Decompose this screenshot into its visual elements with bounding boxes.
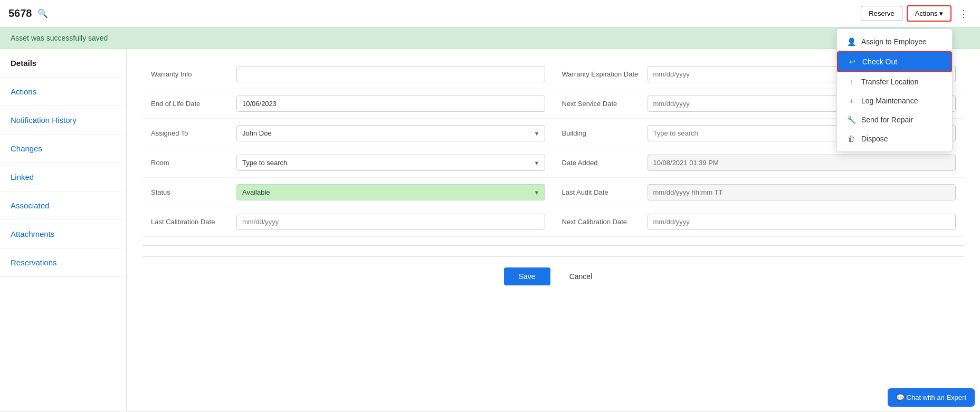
check-out-label: Check Out (862, 58, 897, 66)
form-divider (142, 245, 964, 246)
success-banner: Asset was successfully saved (0, 27, 980, 49)
warranty-info-label: Warranty Info (151, 66, 230, 78)
success-message: Asset was successfully saved (11, 34, 108, 42)
dropdown-item-send-repair[interactable]: 🔧 Send for Repair (837, 110, 952, 129)
page-header: 5678 🔍 Reserve Actions ▾ ⋮ 👤 Assign to E… (0, 0, 980, 27)
sidebar-item-actions[interactable]: Actions (0, 78, 126, 106)
assigned-to-select[interactable]: John Doe (236, 125, 545, 141)
last-calibration-label: Last Calibration Date (151, 214, 230, 226)
actions-button[interactable]: Actions ▾ (907, 5, 952, 22)
form-footer: Save Cancel (142, 256, 964, 291)
dropdown-item-check-out[interactable]: ↩ Check Out (837, 51, 952, 72)
person-icon: 👤 (846, 37, 856, 46)
sidebar: Details Actions Notification History Cha… (0, 49, 127, 410)
actions-dropdown: 👤 Assign to Employee ↩ Check Out ↑ Trans… (836, 28, 953, 152)
sidebar-item-associated[interactable]: Associated (0, 191, 126, 220)
end-of-life-label: End of Life Date (151, 95, 230, 108)
dropdown-item-log-maintenance[interactable]: + Log Maintenance (837, 91, 952, 110)
next-calibration-date-label: Next Calibration Date (562, 214, 641, 226)
sidebar-item-details[interactable]: Details (0, 49, 126, 78)
main-layout: Details Actions Notification History Cha… (0, 49, 980, 410)
send-repair-label: Send for Repair (861, 116, 913, 124)
more-options-button[interactable]: ⋮ (956, 6, 972, 22)
search-icon-button[interactable]: 🔍 (37, 8, 48, 18)
status-label: Status (151, 184, 230, 196)
assigned-to-label: Assigned To (151, 125, 230, 137)
room-row: Room Type to search ▼ (142, 148, 554, 178)
dropdown-item-dispose[interactable]: 🗑 Dispose (837, 129, 952, 148)
status-wrapper: Available ▼ (236, 184, 545, 200)
warranty-info-row: Warranty Info (142, 60, 554, 89)
next-calibration-date-row: Next Calibration Date (554, 207, 965, 237)
date-added-input (648, 155, 956, 171)
status-select[interactable]: Available (236, 184, 545, 200)
sidebar-item-linked[interactable]: Linked (0, 163, 126, 191)
transfer-location-label: Transfer Location (861, 78, 918, 86)
room-select[interactable]: Type to search (236, 155, 545, 171)
last-audit-date-label: Last Audit Date (562, 184, 641, 196)
warranty-expiration-label: Warranty Expiration Date (562, 66, 641, 78)
checkout-icon: ↩ (848, 58, 857, 66)
form-left-column: Warranty Info End of Life Date Assigned … (142, 60, 554, 237)
log-maintenance-label: Log Maintenance (861, 97, 918, 105)
last-audit-date-input (648, 184, 956, 200)
header-left: 5678 🔍 (8, 7, 48, 20)
sidebar-item-notification-history[interactable]: Notification History (0, 106, 126, 135)
next-calibration-date-input[interactable] (648, 214, 956, 230)
room-label: Room (151, 155, 230, 167)
sidebar-item-changes[interactable]: Changes (0, 135, 126, 163)
status-row: Status Available ▼ (142, 178, 554, 207)
last-calibration-input[interactable] (236, 214, 545, 230)
last-audit-date-row: Last Audit Date (554, 178, 965, 207)
assigned-to-wrapper: John Doe ▼ (236, 125, 545, 141)
dispose-icon: 🗑 (846, 135, 856, 143)
warranty-info-input[interactable] (236, 66, 545, 82)
repair-icon: 🔧 (846, 116, 856, 124)
end-of-life-input[interactable] (236, 95, 545, 112)
date-added-row: Date Added (554, 148, 965, 178)
reserve-button[interactable]: Reserve (861, 6, 902, 21)
next-service-date-label: Next Service Date (562, 95, 641, 108)
save-button[interactable]: Save (504, 267, 550, 285)
dropdown-item-transfer-location[interactable]: ↑ Transfer Location (837, 72, 952, 91)
dispose-label: Dispose (861, 135, 888, 143)
last-calibration-row: Last Calibration Date (142, 207, 554, 237)
header-right: Reserve Actions ▾ ⋮ 👤 Assign to Employee… (861, 5, 972, 22)
cancel-button[interactable]: Cancel (559, 267, 603, 285)
sidebar-item-attachments[interactable]: Attachments (0, 220, 126, 248)
maintenance-icon: + (846, 97, 856, 105)
assign-employee-label: Assign to Employee (861, 37, 927, 46)
room-wrapper: Type to search ▼ (236, 155, 545, 171)
date-added-label: Date Added (562, 155, 641, 167)
sidebar-item-reservations[interactable]: Reservations (0, 248, 126, 277)
dropdown-item-assign-employee[interactable]: 👤 Assign to Employee (837, 32, 952, 51)
page-title: 5678 (8, 7, 32, 20)
assigned-to-row: Assigned To John Doe ▼ (142, 119, 554, 148)
transfer-icon: ↑ (846, 78, 856, 86)
building-label: Building (562, 125, 641, 137)
end-of-life-date-row: End of Life Date (142, 89, 554, 119)
chat-expert-button[interactable]: 💬 Chat with an Expert (888, 388, 975, 407)
